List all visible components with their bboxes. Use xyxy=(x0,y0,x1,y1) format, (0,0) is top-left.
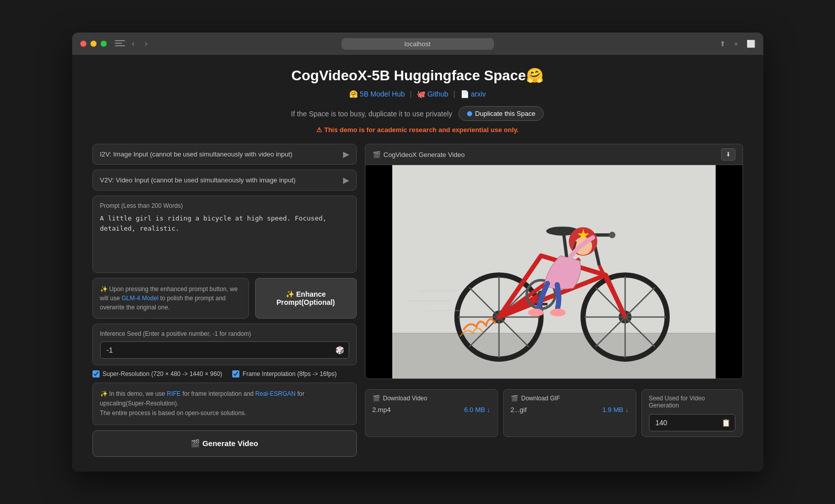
video-panel-title: 🎬 CogVideoX Generate Video xyxy=(373,151,465,159)
svg-rect-1 xyxy=(392,333,715,379)
seed-refresh-icon: 🎲 xyxy=(335,346,344,354)
i2v-header[interactable]: I2V: Image Input (cannot be used simulta… xyxy=(93,144,356,164)
seed-input[interactable] xyxy=(100,341,349,359)
sep-2: | xyxy=(453,90,457,98)
super-resolution-checkbox[interactable] xyxy=(92,370,100,377)
v2v-collapse-btn[interactable]: ▶ xyxy=(343,175,349,185)
gif-file-size: 1.9 MB ↓ xyxy=(602,406,628,414)
new-tab-icon[interactable]: + xyxy=(734,40,738,48)
browser-titlebar: ‹ › localhost ⬆ + ⬜ xyxy=(72,33,763,55)
download-video-content: 2.mp4 6.0 MB ↓ xyxy=(373,406,490,414)
sidebar-right-icon[interactable]: ⬜ xyxy=(747,40,755,48)
duplicate-button[interactable]: Duplicate this Space xyxy=(458,106,544,121)
github-link[interactable]: 🐙 Github xyxy=(417,90,448,98)
download-video-label: Download Video xyxy=(383,395,427,402)
seed-result-value-wrap: 📋 xyxy=(649,414,735,431)
download-gif-label: Download GIF xyxy=(521,395,561,402)
video-container xyxy=(365,165,743,379)
download-icon: 🎬 xyxy=(373,395,380,402)
enhance-prompt-button[interactable]: ✨ Enhance Prompt(Optional) xyxy=(255,278,357,319)
video-file-name[interactable]: 2.mp4 xyxy=(373,406,391,414)
browser-window: ‹ › localhost ⬆ + ⬜ CogVideoX-5B Hugging… xyxy=(72,33,763,471)
links-row: 🤗 5B Model Hub | 🐙 Github | 📄 arxiv xyxy=(92,90,743,98)
gif-icon: 🎬 xyxy=(511,395,518,402)
enhance-info: ✨ Upon pressing the enhanced prompt butt… xyxy=(92,278,249,319)
seed-result-card: Seed Used for Video Generation 📋 xyxy=(641,389,743,437)
maximize-button[interactable] xyxy=(101,41,107,47)
download-gif-card: 🎬 Download GIF 2...gif 1.9 MB ↓ xyxy=(503,389,636,437)
downloads-row: 🎬 Download Video 2.mp4 6.0 MB ↓ 🎬 Downlo… xyxy=(365,389,743,437)
download-gif-header: 🎬 Download GIF xyxy=(511,395,629,402)
svg-point-23 xyxy=(609,232,615,238)
download-video-card: 🎬 Download Video 2.mp4 6.0 MB ↓ xyxy=(365,389,498,437)
browser-content: CogVideoX-5B Huggingface Space🤗 🤗 5B Mod… xyxy=(72,55,763,471)
svg-point-32 xyxy=(528,309,544,317)
i2v-label: I2V: Image Input (cannot be used simulta… xyxy=(100,150,293,158)
minimize-button[interactable] xyxy=(90,41,97,47)
generate-button[interactable]: 🎬 Generate Video xyxy=(92,430,357,457)
sidebar-toggle[interactable] xyxy=(115,40,125,47)
seed-copy-icon[interactable]: 📋 xyxy=(722,419,730,427)
share-icon[interactable]: ⬆ xyxy=(720,40,726,48)
frame-interpolation-label: Frame Interpolation (8fps -> 16fps) xyxy=(242,370,336,377)
prompt-section: Prompt (Less than 200 Words) xyxy=(92,196,357,273)
v2v-label: V2V: Video Input (cannot be used simulta… xyxy=(100,176,296,184)
bike-scene-svg xyxy=(365,165,743,379)
page-title: CogVideoX-5B Huggingface Space🤗 xyxy=(92,67,743,84)
i2v-collapse-btn[interactable]: ▶ xyxy=(343,149,349,159)
duplicate-btn-label: Duplicate this Space xyxy=(475,110,536,117)
duplicate-row: If the Space is too busy, duplicate it t… xyxy=(92,106,743,121)
close-button[interactable] xyxy=(80,41,86,47)
video-panel-title-text: CogVideoX Generate Video xyxy=(384,151,465,159)
seed-label: Inference Seed (Enter a positive number,… xyxy=(100,330,349,337)
right-panel: 🎬 CogVideoX Generate Video ⬇ xyxy=(365,144,743,457)
video-panel: 🎬 CogVideoX Generate Video ⬇ xyxy=(365,144,743,379)
esrgan-link[interactable]: Real-ESRGAN xyxy=(255,390,295,397)
address-bar[interactable]: localhost xyxy=(342,38,494,50)
i2v-section: I2V: Image Input (cannot be used simulta… xyxy=(92,144,357,165)
arxiv-link[interactable]: 📄 arxiv xyxy=(460,90,486,98)
video-panel-icon: 🎬 xyxy=(373,151,381,159)
interp-info: ✨ In this demo, we use RIFE for frame in… xyxy=(92,383,357,425)
generate-btn-label: 🎬 Generate Video xyxy=(191,439,258,448)
gif-file-name[interactable]: 2...gif xyxy=(511,406,527,414)
prompt-label: Prompt (Less than 200 Words) xyxy=(100,202,349,209)
download-video-header: 🎬 Download Video xyxy=(373,395,490,402)
prompt-input[interactable] xyxy=(100,213,349,264)
warning-row: ⚠ This demo is for academic research and… xyxy=(92,126,743,134)
titlebar-actions: ⬆ + ⬜ xyxy=(720,40,755,48)
checkboxes-row: Super-Resolution (720 × 480 -> 1440 × 96… xyxy=(92,370,357,377)
super-resolution-checkbox-item[interactable]: Super-Resolution (720 × 480 -> 1440 × 96… xyxy=(92,370,223,377)
video-panel-header: 🎬 CogVideoX Generate Video ⬇ xyxy=(365,144,743,165)
seed-input-wrap: 🎲 xyxy=(100,341,349,359)
rife-link[interactable]: RIFE xyxy=(167,390,180,397)
enhance-row: ✨ Upon pressing the enhanced prompt butt… xyxy=(92,278,357,319)
v2v-header[interactable]: V2V: Video Input (cannot be used simulta… xyxy=(93,170,356,190)
left-panel: I2V: Image Input (cannot be used simulta… xyxy=(92,144,357,457)
glm-link[interactable]: GLM-4 Model xyxy=(121,295,159,302)
enhance-btn-label: ✨ Enhance Prompt(Optional) xyxy=(263,290,349,306)
seed-result-label: Seed Used for Video Generation xyxy=(649,395,735,409)
video-panel-download-btn[interactable]: ⬇ xyxy=(721,148,735,161)
svg-point-33 xyxy=(550,309,566,317)
video-file-size: 6.0 MB ↓ xyxy=(464,406,490,414)
duplicate-dot xyxy=(467,111,472,116)
sep-1: | xyxy=(410,90,414,98)
v2v-section: V2V: Video Input (cannot be used simulta… xyxy=(92,170,357,191)
frame-interpolation-checkbox-item[interactable]: Frame Interpolation (8fps -> 16fps) xyxy=(232,370,336,377)
frame-interpolation-checkbox[interactable] xyxy=(232,370,239,377)
super-resolution-label: Super-Resolution (720 × 480 -> 1440 × 96… xyxy=(103,370,223,377)
model-hub-link[interactable]: 🤗 5B Model Hub xyxy=(349,90,405,98)
opensource-text: The entire process is based on open-sour… xyxy=(100,410,246,417)
back-button[interactable]: ‹ xyxy=(129,37,138,50)
download-gif-content: 2...gif 1.9 MB ↓ xyxy=(511,406,629,414)
forward-button[interactable]: › xyxy=(142,37,150,50)
seed-section: Inference Seed (Enter a positive number,… xyxy=(92,324,357,365)
duplicate-text: If the Space is too busy, duplicate it t… xyxy=(291,110,452,118)
main-layout: I2V: Image Input (cannot be used simulta… xyxy=(92,144,743,457)
